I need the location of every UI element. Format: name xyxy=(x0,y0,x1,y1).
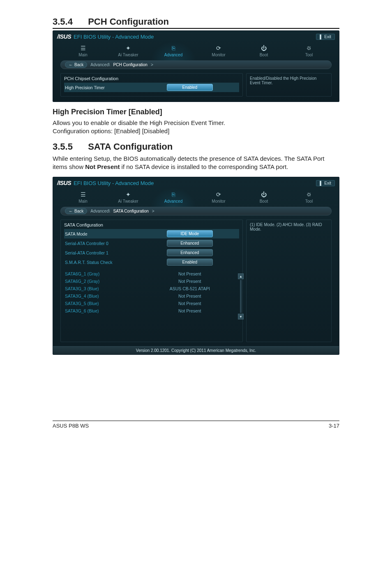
back-label: Back xyxy=(74,62,83,67)
tab-label: Tool xyxy=(305,199,313,204)
brand-logo: /ISUS xyxy=(57,180,71,186)
exit-button[interactable]: ▌ Exit xyxy=(316,34,335,40)
tab-label: Tool xyxy=(305,53,313,57)
crumb-prefix: Advanced\ xyxy=(90,62,110,67)
list-icon: ☰ xyxy=(60,45,106,52)
setting-row-hpt[interactable]: High Precision Timer Enabled xyxy=(64,83,239,92)
port-row: SATA3G_6 (Blue) Not Present xyxy=(64,307,239,315)
exit-label: Exit xyxy=(324,35,331,39)
section-heading-354: 3.5.4 PCH Configuration xyxy=(53,16,339,29)
panel-header: PCH Chipset Configuration xyxy=(64,76,239,81)
brand-logo: /ISUS xyxy=(57,33,71,40)
tab-label: Monitor xyxy=(212,53,225,57)
tab-tool[interactable]: ⛭ Tool xyxy=(286,42,332,60)
setting-row-smart[interactable]: S.M.A.R.T. Status Check Enabled xyxy=(64,257,239,267)
scroll-down-icon[interactable]: ▼ xyxy=(238,314,244,319)
setting-value-button[interactable]: Enabled xyxy=(167,84,213,91)
body-text: Allows you to enable or disable the High… xyxy=(53,119,339,136)
setting-label: S.M.A.R.T. Status Check xyxy=(65,260,160,265)
back-button[interactable]: ← Back xyxy=(65,208,87,214)
port-status: Not Present xyxy=(160,301,219,306)
port-label: SATA6G_1 (Gray) xyxy=(65,271,160,276)
back-label: Back xyxy=(74,209,83,213)
list-icon: ☰ xyxy=(60,191,106,199)
footer-right: 3-17 xyxy=(329,423,339,429)
bios-tabs: ☰ Main ✦ Ai Tweaker ⎘ Advanced ⟳ Monitor… xyxy=(53,42,339,60)
port-row: SATA6G_2 (Gray) Not Present xyxy=(64,278,239,285)
crumb-current: SATA Configuration xyxy=(113,209,149,213)
port-label: SATA3G_6 (Blue) xyxy=(65,308,160,313)
setting-label: Serial-ATA Controller 1 xyxy=(65,250,160,255)
setting-value-button[interactable]: Enabled xyxy=(167,259,213,266)
tab-label: Boot xyxy=(260,53,268,57)
body-line-2: Configuration options: [Enabled] [Disabl… xyxy=(53,127,169,134)
setting-row-controller0[interactable]: Serial-ATA Controller 0 Enhanced xyxy=(64,238,239,248)
tab-boot[interactable]: ⏻ Boot xyxy=(241,42,286,60)
port-row: SATA3G_5 (Blue) Not Present xyxy=(64,300,239,307)
scroll-up-icon[interactable]: ▲ xyxy=(238,273,244,279)
tab-advanced[interactable]: ⎘ Advanced xyxy=(151,188,196,207)
port-label: SATA6G_2 (Gray) xyxy=(65,279,160,284)
tab-monitor[interactable]: ⟳ Monitor xyxy=(196,42,241,60)
bios-panel-pch: /ISUS EFI BIOS Utility - Advanced Mode ▌… xyxy=(53,30,339,102)
page-footer: ASUS P8B WS 3-17 xyxy=(53,421,339,429)
exit-label: Exit xyxy=(324,181,331,185)
panel-header: SATA Configuration xyxy=(64,222,239,227)
setting-value-button[interactable]: IDE Mode xyxy=(167,230,213,237)
monitor-icon: ⟳ xyxy=(196,191,241,199)
help-text: Enabled/Disabled the High Precision Even… xyxy=(250,76,316,85)
setting-label: High Precision Timer xyxy=(65,85,160,90)
subheading-hpt: High Precision Timer [Enabled] xyxy=(53,108,339,116)
tab-main[interactable]: ☰ Main xyxy=(60,188,106,207)
bios-utility-title: EFI BIOS Utility - Advanced Mode xyxy=(74,180,154,186)
port-status: Not Present xyxy=(160,294,219,298)
help-text: (1) IDE Mode. (2) AHCI Mode. (3) RAID Mo… xyxy=(250,222,322,231)
tab-advanced[interactable]: ⎘ Advanced xyxy=(151,42,196,60)
exit-icon: ▌ xyxy=(320,181,323,185)
setting-row-sata-mode[interactable]: SATA Mode IDE Mode xyxy=(64,229,239,238)
help-panel: Enabled/Disabled the High Precision Even… xyxy=(246,73,332,97)
tab-boot[interactable]: ⏻ Boot xyxy=(241,188,286,207)
advanced-icon: ⎘ xyxy=(151,45,196,52)
port-status: Not Present xyxy=(160,271,219,276)
tab-ai-tweaker[interactable]: ✦ Ai Tweaker xyxy=(106,42,151,60)
crumb-prefix: Advanced\ xyxy=(90,209,110,213)
scrollbar[interactable]: ▲ ▼ xyxy=(238,273,243,319)
bios-titlebar: /ISUS EFI BIOS Utility - Advanced Mode ▌… xyxy=(53,31,339,42)
tab-label: Boot xyxy=(260,199,268,204)
body-seg-2: if no SATA device is installed to the co… xyxy=(120,163,288,170)
footer-left: ASUS P8B WS xyxy=(53,423,89,429)
setting-value-button[interactable]: Enhanced xyxy=(167,240,213,247)
tab-label: Monitor xyxy=(212,199,225,204)
bios-utility-title: EFI BIOS Utility - Advanced Mode xyxy=(74,34,154,40)
exit-button[interactable]: ▌ Exit xyxy=(316,180,335,186)
tab-tool[interactable]: ⛭ Tool xyxy=(286,188,332,207)
port-status: ASUS CB-521 ATAPI xyxy=(160,286,219,291)
settings-panel: SATA Configuration SATA Mode IDE Mode Se… xyxy=(60,220,243,342)
body-line-1: Allows you to enable or disable the High… xyxy=(53,119,225,126)
bios-tabs: ☰ Main ✦ Ai Tweaker ⎘ Advanced ⟳ Monitor… xyxy=(53,188,339,207)
back-button[interactable]: ← Back xyxy=(65,62,87,68)
crumb-suffix: > xyxy=(152,209,154,213)
section-number: 3.5.5 xyxy=(53,141,85,152)
bios-panel-sata: /ISUS EFI BIOS Utility - Advanced Mode ▌… xyxy=(53,177,339,355)
body-text-sata: While entering Setup, the BIOS automatic… xyxy=(53,155,339,171)
tweaker-icon: ✦ xyxy=(106,191,151,199)
port-row: SATA3G_3 (Blue) ASUS CB-521 ATAPI xyxy=(64,285,239,292)
port-row: SATA3G_4 (Blue) Not Present xyxy=(64,292,239,300)
tool-icon: ⛭ xyxy=(286,191,332,199)
tab-label: Ai Tweaker xyxy=(118,199,138,204)
port-label: SATA3G_4 (Blue) xyxy=(65,294,160,298)
setting-value-button[interactable]: Enhanced xyxy=(167,249,213,256)
scroll-track[interactable] xyxy=(240,280,242,313)
back-arrow-icon: ← xyxy=(69,209,73,213)
tab-main[interactable]: ☰ Main xyxy=(60,42,106,60)
port-label: SATA3G_5 (Blue) xyxy=(65,301,160,306)
section-title: PCH Configuration xyxy=(88,16,169,27)
tab-ai-tweaker[interactable]: ✦ Ai Tweaker xyxy=(106,188,151,207)
setting-row-controller1[interactable]: Serial-ATA Controller 1 Enhanced xyxy=(64,248,239,257)
setting-label: SATA Mode xyxy=(65,231,160,236)
tab-monitor[interactable]: ⟳ Monitor xyxy=(196,188,241,207)
power-icon: ⏻ xyxy=(241,45,286,52)
port-status: Not Present xyxy=(160,308,219,313)
